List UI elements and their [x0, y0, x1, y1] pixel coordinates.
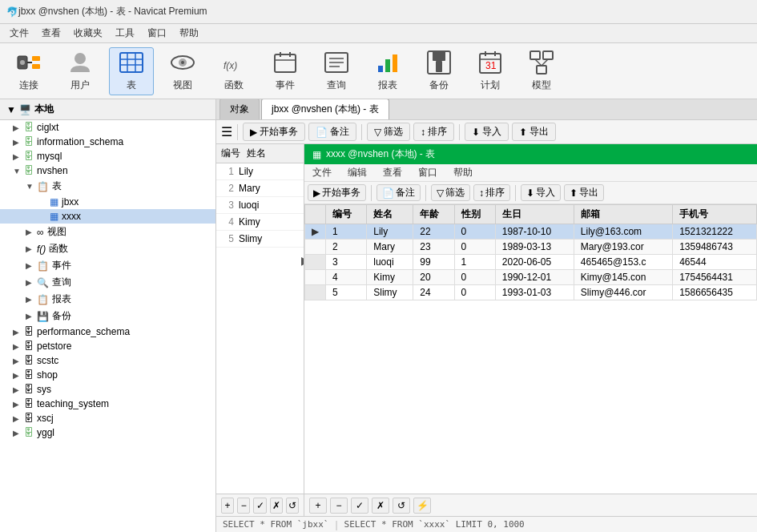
filter-btn[interactable]: ▽ 筛选 — [367, 123, 410, 141]
tab-objects[interactable]: 对象 — [219, 99, 260, 119]
backup-btn[interactable]: 📄 备注 — [308, 123, 356, 141]
menu-window[interactable]: 窗口 — [141, 25, 173, 42]
inner-begin-tx-btn[interactable]: ▶ 开始事务 — [308, 184, 366, 201]
table-row[interactable]: ▶ 1 Lily 22 0 1987-10-10 Lily@163.com 15… — [305, 224, 757, 240]
sidebar-item-functions[interactable]: ▶ f() 函数 — [0, 240, 215, 257]
col-gender-header[interactable]: 性别 — [454, 205, 495, 224]
sidebar-item-sys[interactable]: ▶ 🗄 sys — [0, 382, 215, 397]
cell-num: 2 — [326, 240, 367, 255]
inner-filter-btn[interactable]: ▽ 筛选 — [431, 184, 470, 201]
toolbar-query[interactable]: 查询 — [314, 47, 359, 95]
sidebar-item-queries[interactable]: ▶ 🔍 查询 — [0, 274, 215, 291]
schema-label: shop — [37, 369, 58, 381]
col-age-header[interactable]: 年龄 — [413, 205, 454, 224]
menu-help[interactable]: 帮助 — [173, 25, 205, 42]
toolbar-report[interactable]: 报表 — [365, 47, 410, 95]
toolbar-user[interactable]: 用户 — [58, 47, 103, 95]
menu-file[interactable]: 文件 — [3, 25, 35, 42]
sidebar-item-performance-schema[interactable]: ▶ 🗄 performance_schema — [0, 324, 215, 339]
menu-view[interactable]: 查看 — [35, 25, 67, 42]
inner-export-btn[interactable]: ⬆ 导出 — [564, 184, 604, 201]
inner-menu-window[interactable]: 窗口 — [413, 164, 442, 181]
toolbar-connect[interactable]: 连接 — [6, 47, 51, 95]
inner-menu-view[interactable]: 查看 — [378, 164, 407, 181]
col-name-header[interactable]: 姓名 — [367, 205, 413, 224]
query-icon: 🔍 — [37, 277, 49, 288]
sort-btn[interactable]: ↕ 排序 — [413, 123, 454, 141]
toolbar-table[interactable]: 表 — [109, 47, 154, 95]
inner-add-btn[interactable]: + — [309, 498, 327, 514]
remove-row-btn[interactable]: − — [237, 498, 250, 514]
inner-refresh-btn[interactable]: ↺ — [393, 498, 410, 514]
toolbar-event[interactable]: 事件 — [263, 47, 308, 95]
expand-arrow: ▶ — [13, 357, 21, 365]
inner-confirm-btn[interactable]: ✓ — [351, 498, 368, 514]
menu-tools[interactable]: 工具 — [109, 25, 141, 42]
toolbar-function[interactable]: f(x) 函数 — [211, 47, 256, 95]
sidebar-item-backup[interactable]: ▶ 💾 备份 — [0, 308, 215, 324]
sidebar-item-information-schema[interactable]: ▶ 🗄 information_schema — [0, 135, 215, 149]
inner-import-btn[interactable]: ⬇ 导入 — [521, 184, 561, 201]
svg-point-13 — [181, 61, 184, 64]
inner-connect-btn[interactable]: ⚡ — [413, 498, 431, 514]
sidebar-item-reports[interactable]: ▶ 📋 报表 — [0, 291, 215, 308]
inner-remove-btn[interactable]: − — [330, 498, 348, 514]
cell-age: 22 — [413, 224, 454, 240]
cell-email: Slimy@446.cor — [574, 285, 672, 300]
menu-favorites[interactable]: 收藏夹 — [67, 25, 109, 42]
export-btn[interactable]: ⬆ 导出 — [512, 123, 556, 141]
table-row[interactable]: 4 Kimy 20 0 1990-12-01 Kimy@145.con 1754… — [305, 270, 757, 285]
inner-menu-edit[interactable]: 编辑 — [343, 164, 372, 181]
sidebar-item-nvshen[interactable]: ▼ 🗄 nvshen — [0, 163, 215, 178]
list-item[interactable]: 5 Slimy — [216, 231, 304, 248]
sidebar-item-petstore[interactable]: ▶ 🗄 petstore — [0, 339, 215, 353]
sidebar-item-teaching-system[interactable]: ▶ 🗄 teaching_system — [0, 397, 215, 411]
hamburger-menu[interactable]: ☰ — [221, 124, 232, 139]
cancel-btn[interactable]: ✗ — [270, 498, 283, 514]
import-btn[interactable]: ⬇ 导入 — [465, 123, 509, 141]
sidebar-item-tables-group[interactable]: ▼ 📋 表 — [0, 178, 215, 195]
toolbar-model[interactable]: 模型 — [519, 47, 564, 95]
app-icon: 🐬 — [6, 6, 18, 18]
tab-jbxx[interactable]: jbxx @nvshen (本地) - 表 — [261, 99, 389, 119]
sidebar-item-ciglxt[interactable]: ▶ 🗄 ciglxt — [0, 120, 215, 135]
toolbar-backup[interactable]: 备份 — [417, 47, 461, 95]
table-row[interactable]: 5 Slimy 24 0 1993-01-03 Slimy@446.cor 15… — [305, 285, 757, 300]
inner-menu-file[interactable]: 文件 — [308, 164, 336, 181]
sep2 — [361, 124, 362, 140]
confirm-btn[interactable]: ✓ — [253, 498, 266, 514]
col-birthday-header[interactable]: 生日 — [495, 205, 574, 224]
sidebar-item-yggl[interactable]: ▶ 🗄 yggl — [0, 425, 215, 440]
table-row[interactable]: 3 luoqi 99 1 2020-06-05 465465@153.c 465… — [305, 255, 757, 270]
list-item[interactable]: 1 Lily — [216, 163, 304, 180]
add-row-btn[interactable]: + — [221, 498, 234, 514]
list-item[interactable]: 2 Mary — [216, 180, 304, 197]
main-toolbar: 连接 用户 表 视图 f(x) 函数 事件 查询 — [0, 43, 757, 99]
list-item[interactable]: 4 Kimy — [216, 214, 304, 231]
begin-transaction-btn[interactable]: ▶ 开始事务 — [243, 123, 305, 141]
col-num-header[interactable]: 编号 — [326, 205, 367, 224]
inner-menu-help[interactable]: 帮助 — [449, 164, 477, 181]
list-item[interactable]: 3 luoqi — [216, 197, 304, 214]
col-phone-header[interactable]: 手机号 — [673, 205, 757, 224]
inner-backup-btn[interactable]: 📄 备注 — [376, 184, 421, 201]
inner-cancel-btn[interactable]: ✗ — [372, 498, 389, 514]
sidebar-item-xxxx[interactable]: ▦ xxxx — [0, 209, 215, 224]
toolbar-view[interactable]: 视图 — [160, 47, 205, 95]
sidebar-item-scstc[interactable]: ▶ 🗄 scstc — [0, 353, 215, 368]
sidebar-item-xscj[interactable]: ▶ 🗄 xscj — [0, 411, 215, 425]
refresh-btn[interactable]: ↺ — [286, 498, 299, 514]
sidebar-item-mysql[interactable]: ▶ 🗄 mysql — [0, 149, 215, 163]
table-row[interactable]: 2 Mary 23 0 1989-03-13 Mary@193.cor 1359… — [305, 240, 757, 255]
sidebar-item-events[interactable]: ▶ 📋 事件 — [0, 257, 215, 274]
sidebar-item-jbxx[interactable]: ▦ jbxx — [0, 195, 215, 209]
import-label: 导入 — [536, 186, 555, 200]
sidebar-item-views[interactable]: ▶ ∞ 视图 — [0, 224, 215, 240]
inner-sort-btn[interactable]: ↕ 排序 — [473, 184, 510, 201]
sidebar-item-shop[interactable]: ▶ 🗄 shop — [0, 368, 215, 382]
col-marker-header — [305, 205, 326, 224]
svg-rect-15 — [275, 54, 296, 72]
toolbar-schedule[interactable]: 31 计划 — [468, 47, 513, 95]
expand-arrow: ▶ — [13, 400, 21, 409]
col-email-header[interactable]: 邮箱 — [574, 205, 672, 224]
